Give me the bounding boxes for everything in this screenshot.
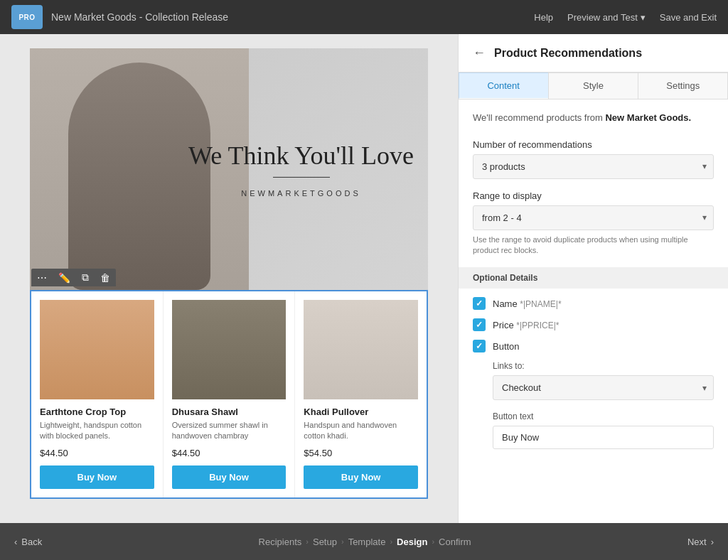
hero-headline: We Think You'll Love	[188, 141, 414, 171]
product-price-1: $44.50	[40, 448, 154, 458]
settings-tabs: Content Style Settings	[459, 72, 728, 99]
main-content: We Think You'll Love NEWMARKETGOODS ⋯ ✏️…	[0, 34, 728, 523]
links-to-wrapper: Checkout ▾	[493, 375, 714, 400]
checkbox-name-label: Name *|PNAME|*	[493, 298, 562, 309]
checkbox-price[interactable]: ✓	[473, 318, 486, 331]
checkmark-icon: ✓	[476, 320, 483, 330]
product-desc-3: Handspun and handwoven cotton khadi.	[304, 420, 418, 442]
recommend-description: We'll recommend products from New Market…	[473, 111, 714, 125]
range-select[interactable]: from 2 - 4	[473, 205, 714, 230]
products-row: Earthtone Crop Top Lightweight, handspun…	[31, 291, 427, 497]
checkbox-button-label: Button	[493, 341, 520, 352]
chevron-right-icon: ›	[711, 537, 714, 547]
optional-details-header: Optional Details	[459, 267, 728, 289]
range-label: Range to display	[473, 190, 714, 201]
chevron-down-icon: ▾	[641, 12, 646, 23]
right-panel-body: We'll recommend products from New Market…	[459, 99, 728, 523]
checkbox-name-row: ✓ Name *|PNAME|*	[473, 297, 714, 310]
breadcrumb-design[interactable]: Design	[397, 537, 427, 547]
delete-block-button[interactable]: 🗑	[95, 269, 116, 286]
hero-text-area: We Think You'll Love NEWMARKETGOODS	[188, 141, 414, 198]
product-buy-button-1[interactable]: Buy Now	[40, 465, 154, 489]
num-recs-wrapper: 3 products ▾	[473, 154, 714, 179]
hero-brand: NEWMARKETGOODS	[188, 189, 414, 198]
product-card: Dhusara Shawl Oversized summer shawl in …	[164, 291, 296, 497]
checkbox-button[interactable]: ✓	[473, 340, 486, 352]
checkmark-icon: ✓	[476, 341, 483, 351]
product-desc-2: Oversized summer shawl in handwoven cham…	[172, 420, 287, 442]
save-exit-button[interactable]: Save and Exit	[660, 12, 717, 23]
links-to-select[interactable]: Checkout	[493, 375, 714, 400]
button-text-field: Button text	[493, 411, 714, 449]
breadcrumb-recipients[interactable]: Recipients	[259, 537, 302, 547]
product-desc-1: Lightweight, handspun cotton with blocke…	[40, 420, 154, 442]
logo-text: PRO	[18, 14, 35, 21]
product-card: Earthtone Crop Top Lightweight, handspun…	[31, 291, 164, 497]
checkbox-name[interactable]: ✓	[473, 297, 486, 310]
duplicate-block-button[interactable]: ⧉	[76, 269, 95, 286]
tab-style[interactable]: Style	[548, 72, 638, 99]
logo-badge: PRO	[11, 5, 43, 29]
range-help-text: Use the range to avoid duplicate product…	[473, 235, 714, 257]
hero-image: We Think You'll Love NEWMARKETGOODS	[30, 48, 428, 290]
bottom-navigation: ‹ Back Recipients › Setup › Template › D…	[0, 523, 728, 560]
right-settings-panel: ← Product Recommendations Content Style …	[458, 34, 728, 523]
breadcrumb-template[interactable]: Template	[348, 537, 386, 547]
product-block: ⋯ ✏️ ⧉ 🗑 Earthtone Crop Top Lightweight,…	[30, 290, 428, 499]
hero-section: We Think You'll Love NEWMARKETGOODS	[30, 48, 428, 290]
product-image-1	[40, 300, 154, 399]
checkbox-button-row: ✓ Button	[473, 340, 714, 352]
next-button[interactable]: Next ›	[687, 537, 714, 547]
hero-divider	[273, 177, 330, 178]
breadcrumb: Recipients › Setup › Template › Design ›…	[42, 537, 687, 547]
back-button[interactable]: ‹ Back	[14, 537, 42, 547]
breadcrumb-confirm[interactable]: Confirm	[439, 537, 471, 547]
tab-settings[interactable]: Settings	[638, 72, 728, 99]
breadcrumb-sep: ›	[341, 537, 344, 546]
email-preview: We Think You'll Love NEWMARKETGOODS ⋯ ✏️…	[30, 48, 428, 499]
product-card: Khadi Pullover Handspun and handwoven co…	[295, 291, 427, 497]
num-recs-label: Number of recommendations	[473, 139, 714, 150]
links-to-label: Links to:	[493, 361, 714, 371]
button-text-label: Button text	[493, 411, 714, 421]
email-preview-panel: We Think You'll Love NEWMARKETGOODS ⋯ ✏️…	[0, 34, 458, 523]
product-name-1: Earthtone Crop Top	[40, 406, 154, 417]
drag-handle-button[interactable]: ⋯	[31, 269, 53, 286]
checkmark-icon: ✓	[476, 298, 483, 308]
product-buy-button-2[interactable]: Buy Now	[172, 465, 287, 489]
breadcrumb-sep: ›	[306, 537, 309, 546]
checkbox-price-row: ✓ Price *|PPRICE|*	[473, 318, 714, 331]
product-price-3: $54.50	[304, 448, 418, 458]
help-link[interactable]: Help	[534, 12, 553, 23]
edit-block-button[interactable]: ✏️	[53, 269, 76, 286]
product-image-3	[304, 300, 418, 399]
top-nav-actions: Help Preview and Test ▾ Save and Exit	[534, 12, 717, 23]
right-panel-header: ← Product Recommendations	[459, 34, 728, 72]
checkbox-price-label: Price *|PPRICE|*	[493, 320, 560, 330]
links-to-field: Links to: Checkout ▾	[493, 361, 714, 400]
product-price-2: $44.50	[172, 448, 287, 458]
product-name-2: Dhusara Shawl	[172, 406, 287, 417]
range-wrapper: from 2 - 4 ▾	[473, 205, 714, 230]
top-navigation: PRO New Market Goods - Collection Releas…	[0, 0, 728, 34]
product-block-toolbar: ⋯ ✏️ ⧉ 🗑	[31, 269, 116, 286]
recommend-brand: New Market Goods.	[605, 112, 691, 123]
product-buy-button-3[interactable]: Buy Now	[304, 465, 418, 489]
back-arrow-button[interactable]: ←	[473, 45, 486, 60]
panel-title: Product Recommendations	[494, 47, 642, 60]
product-name-3: Khadi Pullover	[304, 406, 418, 417]
preview-test-button[interactable]: Preview and Test ▾	[567, 12, 646, 23]
chevron-left-icon: ‹	[14, 537, 17, 547]
product-image-2	[172, 300, 287, 399]
num-recs-select[interactable]: 3 products	[473, 154, 714, 179]
breadcrumb-sep: ›	[390, 537, 392, 546]
button-text-input[interactable]	[493, 426, 714, 449]
breadcrumb-setup[interactable]: Setup	[313, 537, 337, 547]
campaign-title: New Market Goods - Collection Release	[51, 11, 534, 23]
breadcrumb-sep: ›	[432, 537, 434, 546]
tab-content[interactable]: Content	[459, 72, 549, 99]
